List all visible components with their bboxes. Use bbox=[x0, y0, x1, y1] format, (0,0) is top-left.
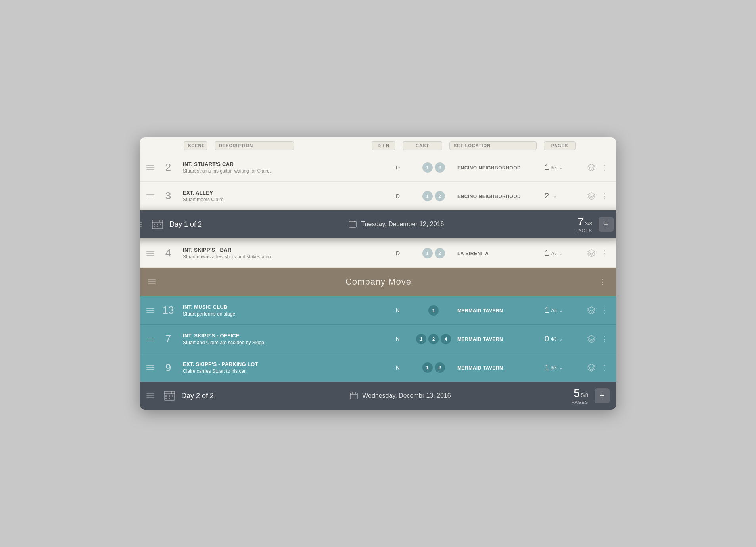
svg-marker-0 bbox=[588, 164, 595, 168]
day2-header: Day 2 of 2 Wednesday, Decembr 13, 2016 5… bbox=[140, 382, 616, 410]
layers-cell bbox=[584, 163, 599, 172]
scene-number: 4 bbox=[158, 247, 178, 259]
layers-icon bbox=[587, 163, 596, 172]
layers-icon bbox=[587, 363, 596, 372]
location-cell: LA SIRENITA bbox=[457, 250, 545, 257]
day1-pages-frac: 3/8 bbox=[585, 221, 592, 227]
day1-date: Tuesday, December 12, 2016 bbox=[361, 221, 444, 228]
scene-info: EXT. ALLEY Stuart meets Claire. bbox=[178, 190, 386, 202]
dm-value: D bbox=[396, 250, 400, 256]
more-cell[interactable]: ⋮ bbox=[599, 335, 610, 343]
company-move-title: Company Move bbox=[160, 277, 597, 287]
scene-row-with-overlay: 1 EXT. HOUSE Stuart sees Claire... D 1 2… bbox=[140, 210, 616, 239]
chevron-down-icon[interactable]: ⌄ bbox=[559, 165, 563, 170]
pages-cell: 1 3/8 ⌄ bbox=[545, 163, 584, 172]
more-cell[interactable]: ⋮ bbox=[599, 249, 610, 258]
layers-icon bbox=[587, 192, 596, 200]
pages-cell: 1 7/8 ⌄ bbox=[545, 306, 584, 315]
cast-cell: 1 2 4 bbox=[410, 334, 457, 344]
scene-title: EXT. ALLEY bbox=[183, 190, 381, 196]
svg-marker-16 bbox=[588, 249, 595, 254]
day-drag-handle[interactable] bbox=[140, 222, 146, 227]
chevron-down-icon[interactable]: ⌄ bbox=[559, 365, 563, 370]
chevron-down-icon[interactable]: ⌄ bbox=[559, 336, 563, 342]
location-value: MERMAID TAVERN bbox=[457, 337, 503, 342]
day2-pages-num: 5 5/8 bbox=[574, 387, 588, 400]
location-value: MERMAID TAVERN bbox=[457, 308, 503, 314]
pages-number: 2 bbox=[545, 191, 549, 200]
scene-number: 13 bbox=[158, 304, 178, 316]
cast-bubble: 1 bbox=[422, 162, 433, 173]
drag-handle[interactable] bbox=[146, 251, 158, 256]
svg-rect-9 bbox=[160, 224, 161, 225]
dm-value: N bbox=[396, 364, 400, 371]
location-value: LA SIRENITA bbox=[457, 251, 489, 256]
chevron-down-icon[interactable]: ⌄ bbox=[559, 308, 563, 313]
scene-info: INT. SKIPP'S - OFFICE Stuart and Claire … bbox=[178, 333, 386, 345]
dm-cell: N bbox=[386, 335, 410, 343]
cast-bubble: 1 bbox=[416, 334, 426, 344]
more-cell[interactable]: ⋮ bbox=[599, 306, 610, 315]
more-icon[interactable]: ⋮ bbox=[601, 192, 608, 200]
location-value: MERMAID TAVERN bbox=[457, 365, 503, 371]
day1-label: Day 1 of 2 bbox=[169, 220, 217, 229]
pages-number: 1 bbox=[545, 248, 549, 258]
pages-number: 1 bbox=[545, 363, 549, 372]
chevron-down-icon[interactable]: ⌄ bbox=[553, 193, 557, 199]
more-icon[interactable]: ⋮ bbox=[601, 163, 608, 172]
pages-cell: 1 3/8 ⌄ bbox=[545, 363, 584, 372]
col-header-dm: D / N bbox=[372, 141, 395, 150]
table-row: 4 INT. SKIPP'S - BAR Stuart downs a few … bbox=[140, 239, 616, 268]
scene-description: Claire carries Stuart to his car. bbox=[183, 368, 381, 374]
pages-fraction: 4/8 bbox=[551, 337, 556, 341]
pages-cell: 0 4/8 ⌄ bbox=[545, 334, 584, 343]
svg-rect-27 bbox=[165, 398, 167, 399]
drag-handle[interactable] bbox=[146, 308, 158, 313]
dm-value: D bbox=[396, 193, 400, 199]
dm-cell: D bbox=[386, 164, 410, 171]
cal-icon-svg2 bbox=[350, 392, 358, 400]
drag-handle[interactable] bbox=[146, 337, 158, 341]
day1-pages: 7 3/8 Pages bbox=[576, 216, 592, 233]
svg-rect-24 bbox=[165, 395, 167, 397]
pages-number: 0 bbox=[545, 334, 549, 343]
pages-fraction: 3/8 bbox=[551, 165, 556, 170]
more-cell[interactable]: ⋮ bbox=[599, 163, 610, 172]
day2-pages-frac: 5/8 bbox=[581, 392, 588, 398]
column-headers-row: SCENE DESCRIPTION D / N CAST SET LOCATIO… bbox=[140, 137, 616, 153]
calendar-icon2 bbox=[349, 391, 358, 400]
svg-rect-12 bbox=[349, 221, 356, 227]
day1-pages-num: 7 3/8 bbox=[578, 216, 592, 228]
more-icon[interactable]: ⋮ bbox=[601, 306, 608, 315]
day1-date-section: Tuesday, December 12, 2016 bbox=[217, 220, 576, 229]
day1-pages-big: 7 bbox=[578, 216, 584, 228]
more-cell[interactable]: ⋮ bbox=[599, 192, 610, 200]
more-cell[interactable]: ⋮ bbox=[599, 363, 610, 372]
company-move-more[interactable]: ⋮ bbox=[597, 277, 608, 286]
drag-handle[interactable] bbox=[146, 194, 158, 198]
layers-cell bbox=[584, 249, 599, 258]
col-header-cast: CAST bbox=[403, 141, 442, 150]
more-icon[interactable]: ⋮ bbox=[601, 335, 608, 343]
pages-fraction: 3/8 bbox=[551, 365, 556, 370]
company-move-drag[interactable] bbox=[148, 279, 160, 284]
day2-add-button[interactable]: + bbox=[595, 388, 610, 403]
drag-handle[interactable] bbox=[146, 365, 158, 370]
scene-title: INT. SKIPP'S - OFFICE bbox=[183, 333, 381, 339]
more-icon[interactable]: ⋮ bbox=[601, 249, 608, 258]
layers-cell bbox=[584, 363, 599, 372]
day1-add-button[interactable]: + bbox=[599, 217, 614, 232]
svg-marker-18 bbox=[588, 335, 595, 339]
scene-description: Stuart strums his guitar, waiting for Cl… bbox=[183, 168, 381, 174]
layers-icon bbox=[587, 249, 596, 258]
more-icon[interactable]: ⋮ bbox=[601, 363, 608, 372]
scene-number: 2 bbox=[158, 161, 178, 173]
scene-number: 9 bbox=[158, 362, 178, 374]
drag-handle[interactable] bbox=[146, 165, 158, 170]
dm-value: N bbox=[396, 307, 400, 314]
dm-cell: D bbox=[386, 193, 410, 200]
day2-drag-handle[interactable] bbox=[146, 393, 158, 398]
table-row: 2 INT. STUART'S CAR Stuart strums his gu… bbox=[140, 153, 616, 182]
scene-description: Stuart and Claire are scolded by Skipp. bbox=[183, 340, 381, 345]
chevron-down-icon[interactable]: ⌄ bbox=[559, 250, 563, 256]
